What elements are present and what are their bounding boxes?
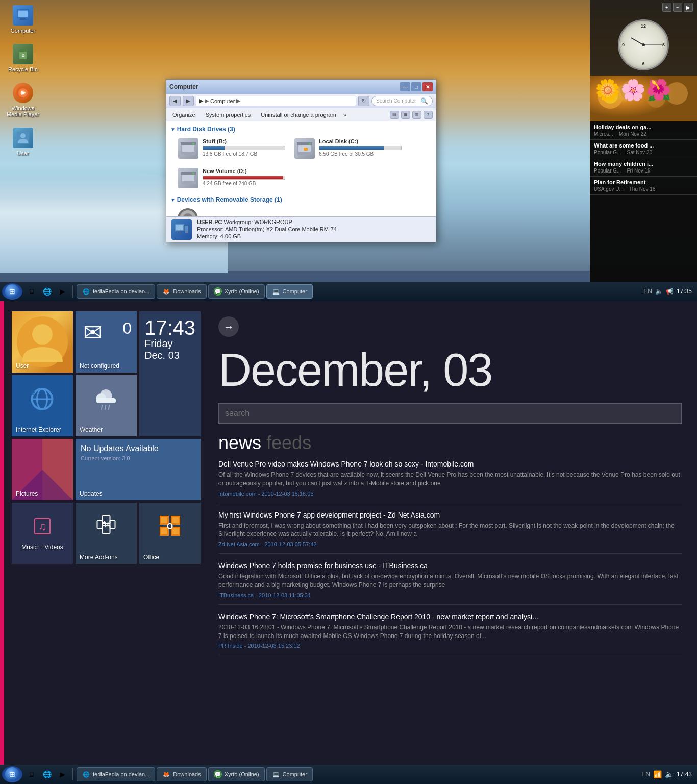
task-xyrfo-bottom[interactable]: 💬 Xyrfo (Online) bbox=[208, 767, 265, 781]
sidebar-news-3[interactable]: Plan for Retirement USA.gov U... Thu Nov… bbox=[590, 177, 697, 195]
drive-b[interactable]: Stuff (B:) 13.8 GB free of 18.7 GB bbox=[176, 136, 288, 161]
vol-icon-bottom[interactable]: 🔈 bbox=[665, 770, 674, 778]
sidebar-news-2[interactable]: How many children i... Popular G... Fri … bbox=[590, 158, 697, 177]
drive-c-bar bbox=[319, 146, 402, 150]
drive-c[interactable]: Local Disk (C:) 6.50 GB free of 30.5 GB bbox=[292, 136, 404, 161]
view-btn-2[interactable]: ▦ bbox=[401, 111, 410, 119]
tile-mail[interactable]: ✉ 0 Not configured bbox=[76, 311, 137, 373]
tile-user[interactable]: User bbox=[12, 311, 73, 373]
drive-d-bar bbox=[203, 176, 285, 180]
task-xyrfo[interactable]: 💬 Xyrfo (Online) bbox=[208, 284, 265, 299]
svg-point-43 bbox=[647, 89, 665, 108]
news-text: news bbox=[218, 432, 261, 453]
tile-ie-label: Internet Explorer bbox=[16, 426, 69, 433]
address-bar[interactable]: ▶ ▶ Computer ▶ bbox=[196, 96, 356, 106]
metro-news-label: news feeds bbox=[218, 434, 682, 452]
view-btn-3[interactable]: ▥ bbox=[412, 111, 421, 119]
news-article-1-title[interactable]: My first Windows Phone 7 app development… bbox=[218, 511, 682, 519]
computer-icon[interactable]: Computer bbox=[5, 5, 41, 34]
wmp-label: Windows Media Player bbox=[5, 105, 41, 117]
svg-rect-4 bbox=[18, 11, 28, 17]
close-button[interactable]: ✕ bbox=[422, 82, 433, 91]
task-xyrfo-label-bottom: Xyrfo (Online) bbox=[225, 771, 259, 777]
search-placeholder: Search Computer bbox=[376, 98, 416, 104]
task-fedia[interactable]: 🌐 fediaFedia on devian... bbox=[77, 284, 155, 299]
computer-icon-img bbox=[13, 5, 33, 26]
taskbar-tasks-bottom: 🌐 fediaFedia on devian... 🦊 Downloads 💬 … bbox=[77, 767, 637, 781]
quick-show-desktop-bottom[interactable]: 🖥 bbox=[24, 767, 39, 781]
vol-icon-top[interactable]: 🔈 bbox=[655, 288, 663, 295]
workgroup-label: Workgroup: bbox=[224, 219, 255, 225]
quick-media-bottom[interactable]: ▶ bbox=[55, 767, 69, 781]
nav-organize[interactable]: Organize bbox=[169, 111, 198, 119]
metro-search-bar bbox=[218, 403, 682, 424]
svg-rect-34 bbox=[178, 231, 181, 233]
tile-updates[interactable]: No Updates Available Current version: 3.… bbox=[76, 439, 201, 500]
nav-more[interactable]: » bbox=[343, 112, 346, 118]
address-sep: ▶ bbox=[205, 97, 209, 104]
sidebar-min-btn[interactable]: − bbox=[673, 3, 682, 12]
news-article-0-title[interactable]: Dell Venue Pro video makes Windows Phone… bbox=[218, 460, 682, 468]
svg-rect-37 bbox=[185, 226, 188, 231]
task-computer[interactable]: 💻 Computer bbox=[266, 284, 313, 299]
taskbar-tasks-top: 🌐 fediaFedia on devian... 🦊 Downloads 💬 … bbox=[77, 284, 639, 299]
sidebar-play-btn[interactable]: ▶ bbox=[684, 3, 693, 12]
quick-show-desktop[interactable]: 🖥 bbox=[24, 284, 39, 299]
computer-label: Computer bbox=[11, 28, 35, 34]
metro-date: December, 03 bbox=[218, 347, 682, 393]
dvd-drive[interactable]: DVD RW Drive (E:) bbox=[170, 206, 432, 216]
view-btn-1[interactable]: ▤ bbox=[390, 111, 399, 119]
forward-button[interactable]: ▶ bbox=[183, 96, 194, 106]
tile-updates-content: No Updates Available Current version: 3.… bbox=[81, 444, 195, 461]
workgroup-value: WORKGROUP bbox=[254, 219, 292, 225]
quick-media[interactable]: ▶ bbox=[55, 284, 69, 299]
explorer-footer: USER-PC Workgroup: WORKGROUP Processor: … bbox=[166, 216, 436, 242]
nav-system-props[interactable]: System properties bbox=[203, 111, 254, 119]
task-downloads[interactable]: 🦊 Downloads bbox=[157, 284, 206, 299]
tile-addons[interactable]: 🛍 More Add-ons bbox=[76, 503, 137, 564]
user-icon[interactable]: User bbox=[5, 128, 41, 156]
help-btn[interactable]: ? bbox=[424, 111, 433, 119]
sidebar-add-btn[interactable]: + bbox=[662, 3, 671, 12]
hard-disks-header[interactable]: Hard Disk Drives (3) bbox=[170, 126, 432, 133]
tile-office[interactable]: O Office bbox=[139, 503, 201, 564]
explorer-window: Computer — □ ✕ ◀ ▶ ▶ ▶ Computer ▶ ↻ Sear… bbox=[166, 79, 436, 242]
drive-c-name: Local Disk (C:) bbox=[319, 138, 402, 144]
task-fedia-bottom[interactable]: 🌐 fediaFedia on devian... bbox=[77, 767, 155, 781]
wmp-icon[interactable]: Windows Media Player bbox=[5, 83, 41, 117]
footer-info: USER-PC Workgroup: WORKGROUP Processor: … bbox=[197, 219, 337, 240]
sidebar-news-0[interactable]: Holiday deals on ga... Micros... Mon Nov… bbox=[590, 121, 697, 140]
maximize-button[interactable]: □ bbox=[411, 82, 421, 91]
tile-music[interactable]: ♫ Music + Videos bbox=[12, 503, 73, 564]
tile-pictures[interactable]: Pictures bbox=[12, 439, 73, 500]
back-button[interactable]: ◀ bbox=[169, 96, 181, 106]
task-xyrfo-label: Xyrfo (Online) bbox=[225, 288, 259, 295]
start-button-bottom[interactable]: ⊞ bbox=[2, 766, 22, 782]
news-article-3-title[interactable]: Windows Phone 7: Microsoft's Smartphone … bbox=[218, 612, 682, 621]
tile-weather-label: Weather bbox=[80, 426, 133, 433]
tile-clock-day: Friday bbox=[144, 338, 173, 350]
explorer-toolbar: ◀ ▶ ▶ ▶ Computer ▶ ↻ Search Computer 🔍 bbox=[166, 94, 436, 108]
tile-weather[interactable]: Weather bbox=[76, 375, 137, 436]
search-box[interactable]: Search Computer 🔍 bbox=[371, 96, 433, 106]
sidebar-news-1[interactable]: What are some food ... Popular G... Sat … bbox=[590, 140, 697, 158]
tile-ie[interactable]: e Internet Explorer bbox=[12, 375, 73, 436]
drive-d[interactable]: New Volume (D:) 4.24 GB free of 248 GB bbox=[176, 165, 288, 191]
refresh-button[interactable]: ↻ bbox=[358, 96, 369, 106]
tile-mail-icon: ✉ bbox=[83, 319, 103, 346]
task-computer-bottom[interactable]: 💻 Computer bbox=[266, 767, 313, 781]
news-list: Dell Venue Pro video makes Windows Phone… bbox=[218, 460, 682, 761]
quick-ie[interactable]: 🌐 bbox=[40, 284, 54, 299]
task-downloads-bottom[interactable]: 🦊 Downloads bbox=[157, 767, 206, 781]
metro-nav-arrow[interactable]: → bbox=[218, 316, 239, 337]
tile-clock[interactable]: 17:43 Friday Dec. 03 bbox=[139, 311, 201, 436]
news-article-2-title[interactable]: Windows Phone 7 holds promise for busine… bbox=[218, 561, 682, 570]
minimize-button[interactable]: — bbox=[400, 82, 410, 91]
quick-ie-bottom[interactable]: 🌐 bbox=[40, 767, 54, 781]
metro-search-input[interactable] bbox=[225, 409, 675, 418]
sidebar-news-0-title: Holiday deals on ga... bbox=[594, 124, 693, 130]
nav-uninstall[interactable]: Uninstall or change a program bbox=[258, 111, 339, 119]
recycle-bin-icon[interactable]: ♻ Recycle Bin bbox=[5, 44, 41, 72]
removable-header[interactable]: Devices with Removable Storage (1) bbox=[170, 196, 432, 203]
start-button[interactable]: ⊞ bbox=[2, 283, 22, 300]
